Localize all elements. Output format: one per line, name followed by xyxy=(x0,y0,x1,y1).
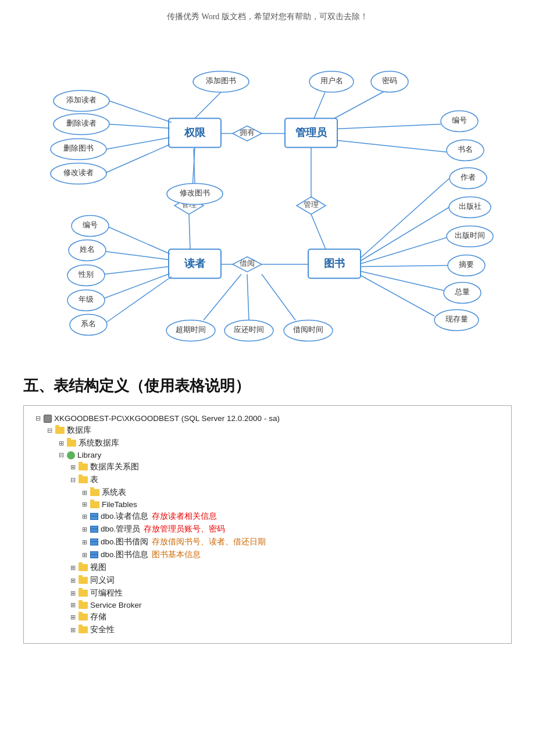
svg-text:读者: 读者 xyxy=(184,258,206,269)
folder-icon xyxy=(79,614,88,621)
tree-reader-table[interactable]: ⊞ dbo.读者信息 存放读者相关信息 xyxy=(35,510,500,523)
svg-text:现存量: 现存量 xyxy=(445,315,468,323)
folder-icon xyxy=(79,577,88,584)
tree-security[interactable]: ⊞ 安全性 xyxy=(35,623,500,636)
svg-text:删除图书: 删除图书 xyxy=(63,144,94,152)
svg-text:应还时间: 应还时间 xyxy=(234,325,264,334)
server-label: XKGOODBEST-PC\XKGOODBEST (SQL Server 12.… xyxy=(54,414,280,423)
svg-text:书名: 书名 xyxy=(458,145,473,154)
svg-text:摘要: 摘要 xyxy=(459,260,474,269)
svg-line-95 xyxy=(262,274,295,320)
tree-storage[interactable]: ⊞ 存储 xyxy=(35,611,500,623)
svg-line-59 xyxy=(361,208,449,261)
folder-icon xyxy=(55,427,65,434)
svg-text:姓名: 姓名 xyxy=(80,245,95,254)
er-diagram: .entity-rect { fill: white; stroke: #4a9… xyxy=(23,33,512,358)
folder-icon xyxy=(90,489,99,496)
server-icon xyxy=(44,415,52,423)
svg-line-83 xyxy=(105,274,170,298)
svg-line-35 xyxy=(106,145,170,173)
tree-views[interactable]: ⊞ 视图 xyxy=(35,561,500,574)
svg-text:拥有: 拥有 xyxy=(240,128,255,137)
table-icon xyxy=(90,526,98,533)
svg-text:出版社: 出版社 xyxy=(459,202,482,211)
table-icon xyxy=(90,513,98,520)
folder-icon xyxy=(79,590,88,597)
svg-line-92 xyxy=(247,274,249,320)
svg-text:添加图书: 添加图书 xyxy=(206,76,236,85)
svg-line-26 xyxy=(109,101,172,123)
tree-server[interactable]: ⊟ XKGOODBEST-PC\XKGOODBEST (SQL Server 1… xyxy=(35,413,500,424)
svg-text:修改图书: 修改图书 xyxy=(180,188,210,197)
svg-text:管理: 管理 xyxy=(304,200,319,209)
svg-text:用户名: 用户名 xyxy=(320,76,343,85)
tree-system-tables[interactable]: ⊞ 系统表 xyxy=(35,486,500,499)
svg-line-80 xyxy=(105,267,169,274)
svg-line-74 xyxy=(109,227,170,254)
svg-text:借阅: 借阅 xyxy=(240,259,255,268)
tree-book-table[interactable]: ⊞ dbo.图书信息 图书基本信息 xyxy=(35,548,500,561)
svg-line-21 xyxy=(311,215,326,249)
folder-icon xyxy=(79,626,88,633)
folder-icon xyxy=(79,463,88,470)
svg-text:管理员: 管理员 xyxy=(295,127,327,138)
svg-line-56 xyxy=(361,179,450,258)
svg-text:编号: 编号 xyxy=(452,116,467,124)
tree-system-db[interactable]: ⊞ 系统数据库 xyxy=(35,437,500,450)
svg-line-50 xyxy=(337,124,441,129)
db-icon xyxy=(67,451,75,459)
folder-icon xyxy=(79,602,88,609)
tree-admin-table[interactable]: ⊞ dbo.管理员 存放管理员账号、密码 xyxy=(35,523,500,536)
folder-icon xyxy=(79,476,88,483)
svg-line-19 xyxy=(189,215,190,249)
svg-line-29 xyxy=(109,124,170,129)
svg-line-47 xyxy=(334,92,384,119)
svg-text:权限: 权限 xyxy=(184,127,206,138)
svg-text:图书: 图书 xyxy=(324,258,345,269)
svg-text:总量: 总量 xyxy=(454,287,470,296)
tree-library[interactable]: ⊟ Library xyxy=(35,450,500,461)
folder-icon xyxy=(67,440,76,447)
svg-line-44 xyxy=(314,92,325,119)
tree-synonyms[interactable]: ⊞ 同义词 xyxy=(35,574,500,587)
svg-line-32 xyxy=(106,138,170,149)
svg-text:密码: 密码 xyxy=(382,76,397,85)
svg-text:借阅时间: 借阅时间 xyxy=(293,325,323,334)
tree-databases[interactable]: ⊟ 数据库 xyxy=(35,424,500,437)
section-title: 五、表结构定义（使用表格说明） xyxy=(23,376,512,396)
top-banner: 传播优秀 Word 版文档，希望对您有帮助，可双击去除！ xyxy=(23,12,512,22)
tree-tables[interactable]: ⊟ 表 xyxy=(35,473,500,486)
svg-text:编号: 编号 xyxy=(83,220,98,229)
table-icon xyxy=(90,551,98,558)
tree-borrow-table[interactable]: ⊞ dbo.图书借阅 存放借阅书号、读者、借还日期 xyxy=(35,536,500,548)
folder-icon xyxy=(90,501,99,508)
tree-programmability[interactable]: ⊞ 可编程性 xyxy=(35,587,500,600)
svg-line-62 xyxy=(361,238,447,264)
tree-db-diagram[interactable]: ⊞ 数据库关系图 xyxy=(35,461,500,473)
svg-line-53 xyxy=(337,141,447,152)
db-tree-panel: ⊟ XKGOODBEST-PC\XKGOODBEST (SQL Server 1… xyxy=(23,405,512,644)
svg-text:出版时间: 出版时间 xyxy=(455,231,485,240)
svg-line-86 xyxy=(107,277,172,322)
svg-line-41 xyxy=(195,92,221,119)
svg-line-89 xyxy=(204,274,241,320)
folder-icon xyxy=(79,564,88,571)
svg-line-65 xyxy=(361,266,448,267)
svg-text:系名: 系名 xyxy=(81,319,96,328)
svg-text:年级: 年级 xyxy=(79,295,94,304)
expand-icon[interactable]: ⊟ xyxy=(35,415,44,422)
tree-service-broker[interactable]: ⊞ Service Broker xyxy=(35,600,500,611)
svg-text:作者: 作者 xyxy=(460,173,476,181)
svg-text:性别: 性别 xyxy=(78,270,94,279)
svg-text:删除读者: 删除读者 xyxy=(66,119,97,127)
tree-file-tables[interactable]: ⊞ FileTables xyxy=(35,499,500,510)
svg-text:添加读者: 添加读者 xyxy=(66,95,97,104)
svg-line-68 xyxy=(361,272,444,291)
table-icon xyxy=(90,539,98,545)
svg-line-77 xyxy=(106,252,169,260)
svg-text:修改读者: 修改读者 xyxy=(63,168,94,177)
svg-line-71 xyxy=(361,276,434,316)
svg-text:超期时间: 超期时间 xyxy=(176,325,206,334)
